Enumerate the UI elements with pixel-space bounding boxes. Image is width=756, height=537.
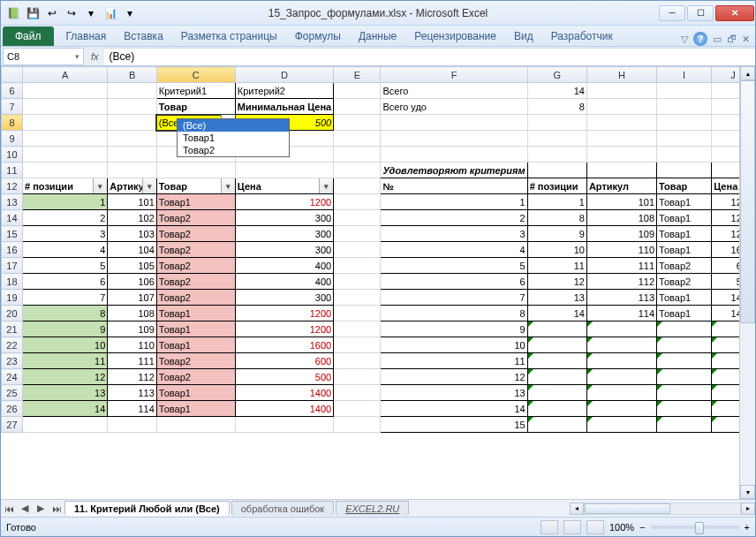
- cell-G25[interactable]: [527, 385, 586, 401]
- cell-H19[interactable]: 113: [586, 290, 656, 306]
- row-header[interactable]: 8: [2, 115, 23, 131]
- cell-A7[interactable]: [22, 99, 107, 115]
- row-header[interactable]: 14: [2, 210, 23, 226]
- cell-B16[interactable]: 104: [108, 242, 156, 258]
- row-header[interactable]: 6: [2, 83, 23, 99]
- sheet-tab-active[interactable]: 11. Критерий Любой или (Все): [64, 501, 230, 516]
- cell-F19[interactable]: 7: [381, 290, 527, 306]
- cell-H17[interactable]: 111: [586, 258, 656, 274]
- cell-E21[interactable]: [334, 321, 381, 337]
- cell-F27[interactable]: 15: [381, 417, 527, 433]
- cell-F25[interactable]: 13: [381, 385, 527, 401]
- column-header[interactable]: F: [381, 67, 527, 83]
- cell-D18[interactable]: 400: [235, 274, 333, 290]
- cell-H10[interactable]: [586, 147, 656, 163]
- cell-A20[interactable]: 8: [22, 306, 107, 321]
- cell-E12[interactable]: [334, 178, 381, 194]
- tab-insert[interactable]: Вставка: [115, 26, 172, 46]
- filter-icon[interactable]: [319, 178, 333, 193]
- cell-B23[interactable]: 111: [108, 353, 156, 369]
- cell-D17[interactable]: 400: [235, 258, 333, 274]
- cell-B25[interactable]: 113: [108, 385, 156, 401]
- row-header[interactable]: 27: [2, 417, 23, 433]
- cell-I13[interactable]: Товар1: [657, 194, 712, 210]
- cell-A10[interactable]: [22, 147, 107, 163]
- cell-H27[interactable]: [586, 417, 656, 433]
- cell-A23[interactable]: 11: [22, 353, 107, 369]
- tab-nav-last-icon[interactable]: ⏭: [49, 503, 64, 514]
- ribbon-close-icon[interactable]: ✕: [742, 34, 750, 45]
- cell-C21[interactable]: Товар1: [156, 321, 235, 337]
- cell-H21[interactable]: [586, 321, 656, 337]
- cell-E15[interactable]: [334, 226, 381, 242]
- cell-F18[interactable]: 6: [381, 274, 527, 290]
- tab-review[interactable]: Рецензирование: [405, 26, 505, 46]
- cell-H25[interactable]: [586, 385, 656, 401]
- tab-nav-next-icon[interactable]: ▶: [33, 503, 49, 514]
- column-header[interactable]: I: [657, 67, 712, 83]
- cell-A14[interactable]: 2: [22, 210, 107, 226]
- row-header[interactable]: 26: [2, 401, 23, 417]
- cell-G11[interactable]: [527, 163, 586, 178]
- cell-A12[interactable]: # позиции: [22, 178, 107, 194]
- ribbon-restore-icon[interactable]: 🗗: [727, 34, 737, 44]
- horizontal-scrollbar[interactable]: ◂ ▸: [570, 503, 755, 515]
- cell-E9[interactable]: [334, 131, 381, 147]
- cell-A18[interactable]: 6: [22, 274, 107, 290]
- row-header[interactable]: 10: [2, 147, 23, 163]
- minimize-button[interactable]: ─: [659, 5, 685, 21]
- cell-D6[interactable]: Критерий2: [235, 83, 333, 99]
- cell-B19[interactable]: 107: [108, 290, 156, 306]
- fx-icon[interactable]: fx: [86, 51, 104, 62]
- zoom-out-icon[interactable]: −: [639, 522, 645, 533]
- cell-I17[interactable]: Товар2: [657, 258, 712, 274]
- filter-icon[interactable]: [93, 178, 107, 193]
- cell-G8[interactable]: [527, 115, 586, 131]
- cell-H14[interactable]: 108: [586, 210, 656, 226]
- row-header[interactable]: 25: [2, 385, 23, 401]
- cell-G22[interactable]: [527, 337, 586, 353]
- cell-E17[interactable]: [334, 258, 381, 274]
- cell-B14[interactable]: 102: [108, 210, 156, 226]
- cell-I20[interactable]: Товар1: [657, 306, 712, 321]
- cell-D26[interactable]: 1400: [235, 401, 333, 417]
- view-page-break-icon[interactable]: [586, 520, 604, 534]
- cell-H22[interactable]: [586, 337, 656, 353]
- cell-F8[interactable]: [381, 115, 527, 131]
- cell-E13[interactable]: [334, 194, 381, 210]
- ribbon-collapse-icon[interactable]: ▽: [681, 34, 688, 45]
- cell-H9[interactable]: [586, 131, 656, 147]
- cell-I19[interactable]: Товар1: [657, 290, 712, 306]
- column-header[interactable]: B: [108, 67, 156, 83]
- cell-F15[interactable]: 3: [381, 226, 527, 242]
- qat-more-icon[interactable]: ▾: [82, 4, 100, 22]
- cell-C25[interactable]: Товар1: [156, 385, 235, 401]
- cell-G10[interactable]: [527, 147, 586, 163]
- cell-A9[interactable]: [22, 131, 107, 147]
- cell-A26[interactable]: 14: [22, 401, 107, 417]
- row-header[interactable]: 24: [2, 369, 23, 385]
- cell-F17[interactable]: 5: [381, 258, 527, 274]
- cell-A25[interactable]: 13: [22, 385, 107, 401]
- tab-developer[interactable]: Разработчик: [542, 26, 622, 46]
- filter-icon[interactable]: [221, 178, 235, 193]
- cell-C16[interactable]: Товар2: [156, 242, 235, 258]
- dropdown-item[interactable]: Товар1: [178, 132, 289, 144]
- cell-I14[interactable]: Товар1: [657, 210, 712, 226]
- cell-H8[interactable]: [586, 115, 656, 131]
- cell-B27[interactable]: [108, 417, 156, 433]
- tab-data[interactable]: Данные: [350, 26, 405, 46]
- row-header[interactable]: 12: [2, 178, 23, 194]
- cell-H20[interactable]: 114: [586, 306, 656, 321]
- column-header[interactable]: G: [527, 67, 586, 83]
- cell-G23[interactable]: [527, 353, 586, 369]
- cell-F13[interactable]: 1: [381, 194, 527, 210]
- row-header[interactable]: 13: [2, 194, 23, 210]
- zoom-slider[interactable]: [651, 526, 739, 529]
- cell-D24[interactable]: 500: [235, 369, 333, 385]
- cell-H11[interactable]: [586, 163, 656, 178]
- name-box[interactable]: C8 ▾: [3, 48, 84, 65]
- row-header[interactable]: 19: [2, 290, 23, 306]
- cell-C23[interactable]: Товар2: [156, 353, 235, 369]
- row-header[interactable]: 21: [2, 321, 23, 337]
